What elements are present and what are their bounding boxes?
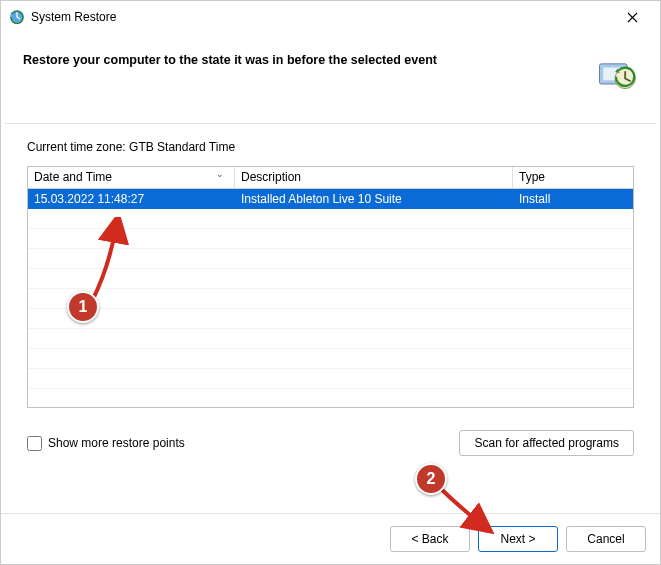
timezone-value: GTB Standard Time [129,140,235,154]
system-restore-window: System Restore Restore your computer to … [0,0,661,565]
table-row-empty [28,309,633,329]
below-grid-row: Show more restore points Scan for affect… [27,430,634,456]
header-text: Restore your computer to the state it wa… [23,51,437,67]
back-button[interactable]: < Back [390,526,470,552]
scan-affected-button[interactable]: Scan for affected programs [459,430,634,456]
titlebar: System Restore [1,1,660,33]
header: Restore your computer to the state it wa… [1,33,660,105]
table-row-empty [28,289,633,309]
next-button[interactable]: Next > [478,526,558,552]
show-more-checkbox[interactable] [27,436,42,451]
column-header-datetime[interactable]: Date and Time ⌄ [28,167,235,188]
table-row[interactable]: 15.03.2022 11:48:27 Installed Ableton Li… [28,189,633,209]
show-more-checkbox-label[interactable]: Show more restore points [27,436,185,451]
cancel-button[interactable]: Cancel [566,526,646,552]
table-row-empty [28,249,633,269]
cell-type: Install [513,190,633,208]
window-title: System Restore [31,10,612,24]
timezone-label: Current time zone: [27,140,129,154]
table-row-empty [28,209,633,229]
restore-points-table: Date and Time ⌄ Description Type 15.03.2… [27,166,634,408]
table-row-empty [28,389,633,408]
cell-description: Installed Ableton Live 10 Suite [235,190,513,208]
content-area: Current time zone: GTB Standard Time Dat… [1,124,660,462]
restore-hero-icon [594,51,638,95]
show-more-text: Show more restore points [48,436,185,450]
sort-descending-icon: ⌄ [216,169,224,179]
cell-datetime: 15.03.2022 11:48:27 [28,190,235,208]
annotation-badge-2: 2 [415,463,447,495]
timezone-line: Current time zone: GTB Standard Time [27,140,634,154]
table-row-empty [28,369,633,389]
table-row-empty [28,329,633,349]
close-button[interactable] [612,3,652,31]
table-row-empty [28,269,633,289]
restore-app-icon [9,9,25,25]
table-row-empty [28,349,633,369]
column-header-type[interactable]: Type [513,167,633,188]
footer: < Back Next > Cancel [1,513,660,564]
close-icon [627,12,638,23]
table-header: Date and Time ⌄ Description Type [28,167,633,189]
column-header-description[interactable]: Description [235,167,513,188]
table-row-empty [28,229,633,249]
